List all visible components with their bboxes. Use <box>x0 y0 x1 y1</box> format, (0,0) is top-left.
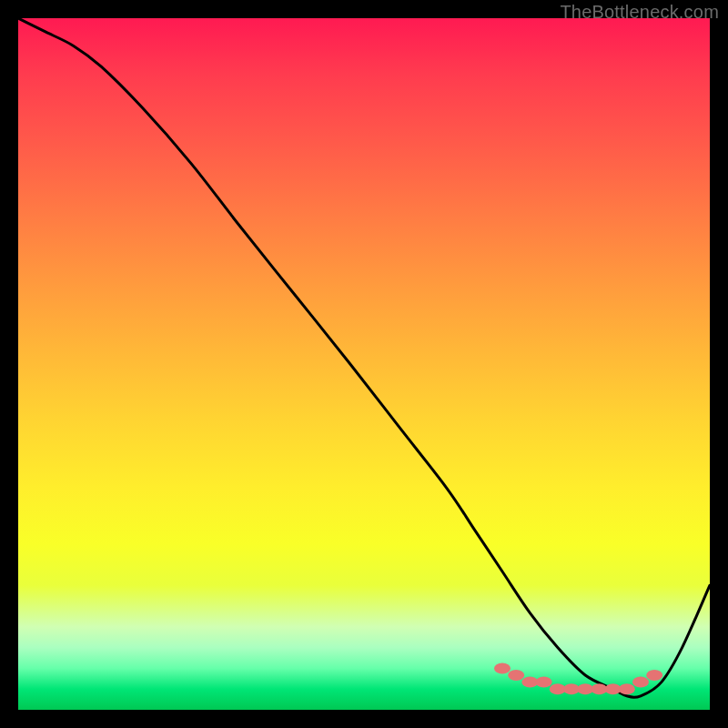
highlight-dot <box>536 677 552 688</box>
highlight-dot <box>632 677 649 688</box>
bottleneck-curve-path <box>18 18 710 697</box>
bottleneck-curve-svg <box>18 18 710 710</box>
plot-area <box>18 18 710 710</box>
highlight-dot <box>494 662 511 673</box>
chart-stage: TheBottleneck.com <box>0 0 728 728</box>
highlight-dot <box>508 670 524 681</box>
highlight-dot <box>646 670 662 681</box>
highlight-dot <box>619 683 635 694</box>
watermark-text: TheBottleneck.com <box>560 2 719 23</box>
